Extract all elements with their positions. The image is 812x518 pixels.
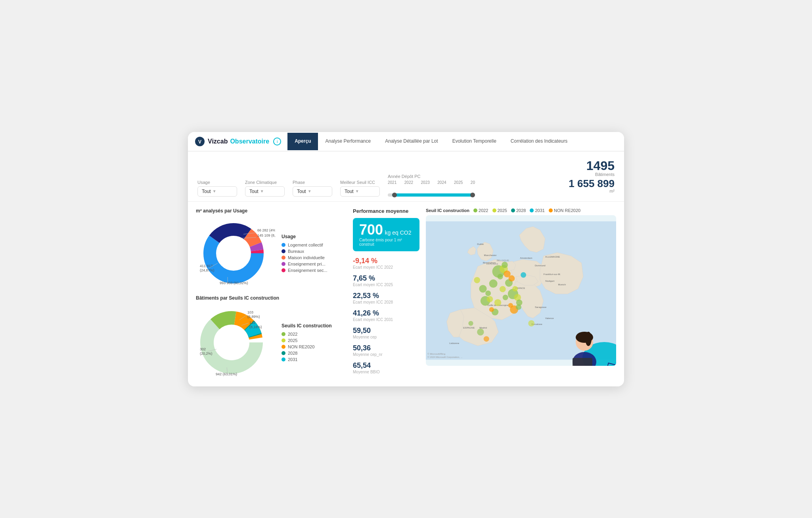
legend-2028: 2028 bbox=[282, 351, 332, 356]
svg-point-88 bbox=[509, 275, 515, 281]
filter-usage-label: Usage bbox=[197, 180, 237, 185]
svg-text:993 903 (60,02%): 993 903 (60,02%) bbox=[220, 281, 248, 285]
filter-phase-value: Tout bbox=[297, 189, 306, 194]
perf-value-2: 22,53 % bbox=[353, 292, 419, 300]
svg-text:PAYS-BAS: PAYS-BAS bbox=[486, 262, 498, 265]
tab-evolution-temporelle[interactable]: Evolution Temporelle bbox=[445, 133, 504, 150]
filter-phase-select[interactable]: Tout ▼ bbox=[293, 186, 332, 197]
filter-usage-value: Tout bbox=[202, 189, 211, 194]
map-legend-2031: 2031 bbox=[530, 208, 544, 213]
filter-usage: Usage Tout ▼ bbox=[197, 180, 237, 197]
map-legend-2031-label: 2031 bbox=[535, 208, 544, 213]
perf-label-1: Ecart moyen ICC 2025 bbox=[353, 283, 419, 287]
vizcab-logo-icon: V bbox=[194, 136, 205, 147]
filter-bar: Usage Tout ▼ Zone Climatique Tout ▼ Phas… bbox=[188, 151, 624, 202]
svg-text:(6,89%): (6,89%) bbox=[247, 315, 260, 319]
year-slider-track[interactable] bbox=[388, 193, 475, 197]
nav-tabs: Aperçu Analyse Performance Analyse Détai… bbox=[287, 133, 624, 150]
map-legend-non-re2020-dot bbox=[549, 208, 553, 212]
svg-text:Saragosse: Saragosse bbox=[535, 305, 547, 308]
svg-text:Amsterdam: Amsterdam bbox=[520, 256, 532, 259]
map-legend-2025-dot bbox=[492, 208, 496, 212]
map-svg: Dublin Manchester Birmingham Amsterdam D… bbox=[426, 215, 616, 366]
svg-text:Manchester: Manchester bbox=[484, 253, 497, 256]
svg-point-83 bbox=[508, 303, 513, 308]
usage-legend: Usage Logement collectif Bureaux Maison … bbox=[282, 234, 327, 273]
seuil-legend-title: Seuils IC construction bbox=[282, 323, 332, 329]
perf-label-5: Moyenne cep_nr bbox=[353, 352, 419, 357]
seuil-chart-title: Bâtiments par Seuils IC construction bbox=[196, 295, 347, 301]
map-panel: Seuil IC construction 2022 2025 2028 203… bbox=[426, 208, 616, 380]
svg-point-72 bbox=[487, 296, 493, 302]
legend-ens-pri: Enseignement pri... bbox=[282, 262, 327, 266]
perf-item-0: -9,14 % Ecart moyen ICC 2022 bbox=[353, 257, 419, 270]
filter-seuil: Meilleur Seuil ICC Tout ▼ bbox=[340, 180, 380, 197]
legend-non-re2020: NON RE2020 bbox=[282, 344, 332, 349]
usage-chart-panel: m² analysés par Usage bbox=[196, 208, 347, 289]
tab-analyse-detaillee[interactable]: Analyse Détaillée par Lot bbox=[378, 133, 445, 150]
svg-text:© 2024 Microsoft Corporation, : © 2024 Microsoft Corporation, ... bbox=[427, 356, 462, 358]
perf-value-4: 59,50 bbox=[353, 327, 419, 335]
legend-2028-label: 2028 bbox=[288, 351, 297, 356]
performance-main-sublabel: Carbone émis pour 1 m² construit bbox=[359, 238, 413, 247]
info-icon[interactable]: i bbox=[273, 138, 281, 145]
seuil-donut-container: 103 (6,89%) 122 (8,16%) 302 (20,2%) 942 … bbox=[196, 305, 347, 380]
svg-text:BELGIQUE: BELGIQUE bbox=[497, 258, 509, 261]
usage-chart-title: m² analysés par Usage bbox=[196, 208, 347, 214]
svg-text:(20,2%): (20,2%) bbox=[200, 352, 213, 356]
filter-phase-label: Phase bbox=[293, 180, 332, 185]
perf-value-1: 7,65 % bbox=[353, 274, 419, 283]
legend-maison-dot bbox=[282, 256, 285, 260]
map-legend-2025: 2025 bbox=[492, 208, 507, 213]
slider-thumb-left[interactable] bbox=[392, 193, 397, 197]
map-legend-2031-dot bbox=[530, 208, 534, 212]
tab-apercu[interactable]: Aperçu bbox=[287, 133, 318, 150]
svg-text:66 282 (4%): 66 282 (4%) bbox=[257, 228, 275, 232]
year-2024: 2024 bbox=[437, 180, 446, 185]
svg-point-82 bbox=[516, 299, 523, 306]
perf-item-4: 59,50 Moyenne cep bbox=[353, 327, 419, 339]
legend-2025: 2025 bbox=[282, 338, 332, 343]
filter-phase: Phase Tout ▼ bbox=[293, 180, 332, 197]
svg-text:(24,87%): (24,87%) bbox=[200, 268, 214, 272]
svg-text:Munich: Munich bbox=[558, 283, 566, 285]
stats-area: 1495 Bâtiments 1 655 899 m² bbox=[569, 156, 615, 197]
legend-non-re2020-label: NON RE2020 bbox=[288, 344, 314, 349]
tab-analyse-performance[interactable]: Analyse Performance bbox=[318, 133, 378, 150]
perf-label-4: Moyenne cep bbox=[353, 335, 419, 339]
perf-label-2: Ecart moyen ICC 2028 bbox=[353, 300, 419, 304]
legend-bureaux-label: Bureaux bbox=[288, 249, 304, 254]
main-content: m² analysés par Usage bbox=[188, 202, 624, 386]
svg-point-92 bbox=[484, 336, 489, 342]
legend-ens-pri-label: Enseignement pri... bbox=[288, 262, 326, 266]
svg-text:Lisbonne: Lisbonne bbox=[449, 342, 459, 344]
svg-point-91 bbox=[468, 321, 473, 325]
slider-fill bbox=[392, 193, 473, 197]
map-legend-title: Seuil IC construction bbox=[426, 208, 469, 213]
legend-2022: 2022 bbox=[282, 332, 332, 336]
svg-text:Dortmund: Dortmund bbox=[535, 264, 546, 266]
svg-text:411 817: 411 817 bbox=[200, 264, 213, 268]
svg-point-66 bbox=[498, 274, 503, 279]
slider-years: 2021 2022 2023 2024 2025 20 bbox=[388, 180, 475, 185]
legend-logement: Logement collectif bbox=[282, 243, 327, 247]
filter-usage-select[interactable]: Tout ▼ bbox=[197, 186, 237, 197]
tab-correlation[interactable]: Corrélation des Indicateurs bbox=[504, 133, 575, 150]
seuil-legend: Seuils IC construction 2022 2025 NON RE2… bbox=[282, 323, 332, 362]
filter-seuil-label: Meilleur Seuil ICC bbox=[340, 180, 380, 185]
svg-point-75 bbox=[479, 285, 486, 292]
annee-depot-filter: Année Dépôt PC 2021 2022 2023 2024 2025 … bbox=[388, 174, 475, 197]
legend-logement-dot bbox=[282, 243, 285, 247]
perf-label-3: Ecart moyen ICC 2031 bbox=[353, 317, 419, 322]
map-legend-2028-dot bbox=[511, 208, 515, 212]
filter-zone-select[interactable]: Tout ▼ bbox=[245, 186, 285, 197]
filter-seuil-select[interactable]: Tout ▼ bbox=[340, 186, 380, 197]
usage-donut-container: 66 282 (4%) 145 109 (8,76%) 411 817 (24,… bbox=[196, 218, 347, 289]
year-2023: 2023 bbox=[421, 180, 430, 185]
legend-ens-sec: Enseignement sec... bbox=[282, 268, 327, 273]
legend-non-re2020-dot bbox=[282, 345, 285, 349]
svg-text:103: 103 bbox=[247, 310, 253, 314]
svg-point-78 bbox=[521, 272, 526, 277]
slider-thumb-right[interactable] bbox=[470, 193, 475, 197]
svg-text:V: V bbox=[198, 139, 201, 145]
